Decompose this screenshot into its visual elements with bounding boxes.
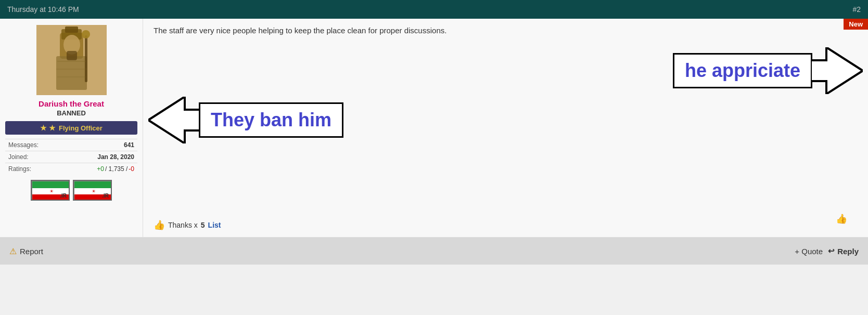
annotation-left-text: They ban him xyxy=(211,109,331,130)
action-bar: ⚠ Report + Quote ↩ Reply xyxy=(0,238,868,265)
post-content: New The staff are very nice people helpi… xyxy=(143,19,868,237)
post-container: Dariush the Great BANNED ★ ★ Flying Offi… xyxy=(0,19,868,238)
ratings-label: Ratings: xyxy=(8,165,31,173)
rating-neutral: / 1,735 / xyxy=(105,165,127,173)
warning-icon: ⚠ xyxy=(9,246,17,256)
rank-stars-icon: ★ ★ xyxy=(40,124,56,132)
user-rank-badge: ★ ★ Flying Officer xyxy=(5,121,137,135)
reply-button[interactable]: ↩ Reply xyxy=(828,246,859,256)
messages-value: 641 xyxy=(124,141,134,149)
rating-negative: -0 xyxy=(129,165,134,173)
rank-label: Flying Officer xyxy=(59,124,103,132)
new-badge: New xyxy=(844,19,868,30)
rating-positive: +0 xyxy=(97,165,104,173)
ratings-value: +0 / 1,735 / -0 xyxy=(97,165,134,173)
svg-marker-12 xyxy=(148,97,200,143)
action-right-group: + Quote ↩ Reply xyxy=(795,246,859,256)
annotation-right-text: he appriciate xyxy=(685,60,800,81)
annotation-left: They ban him xyxy=(148,97,343,143)
post-number: #2 xyxy=(852,5,861,14)
user-flags: ☀ .IR ☀ .IR xyxy=(31,180,112,201)
avatar xyxy=(36,25,107,95)
user-name: Dariush the Great xyxy=(39,99,104,108)
ratings-stat: Ratings: +0 / 1,735 / -0 xyxy=(5,163,137,175)
like-icon[interactable]: 👍 xyxy=(836,213,847,225)
user-stats: Messages: 641 Joined: Jan 28, 2020 Ratin… xyxy=(5,139,137,175)
thanks-count: 5 xyxy=(201,221,205,229)
report-button[interactable]: ⚠ Report xyxy=(9,246,43,256)
thanks-bar: 👍 Thanks x 5 List 👍 xyxy=(154,219,858,231)
reply-label: Reply xyxy=(837,247,859,256)
svg-rect-3 xyxy=(65,27,78,33)
user-sidebar: Dariush the Great BANNED ★ ★ Flying Offi… xyxy=(0,19,143,237)
svg-rect-8 xyxy=(67,51,77,60)
messages-label: Messages: xyxy=(8,141,39,149)
svg-point-6 xyxy=(82,30,90,38)
messages-stat: Messages: 641 xyxy=(5,139,137,151)
reply-icon: ↩ xyxy=(828,246,835,256)
svg-marker-13 xyxy=(811,47,863,94)
flag-badge-2: ☀ .IR xyxy=(73,180,112,201)
thanks-label: Thanks x xyxy=(168,221,198,229)
svg-rect-5 xyxy=(85,35,87,82)
flag-badge-1: ☀ .IR xyxy=(31,180,70,201)
quote-label: + Quote xyxy=(795,247,823,256)
annotation-left-box: They ban him xyxy=(199,102,343,138)
annotation-right-box: he appriciate xyxy=(673,53,812,88)
quote-button[interactable]: + Quote xyxy=(795,247,823,256)
report-label: Report xyxy=(20,247,43,256)
user-status-badge: BANNED xyxy=(57,109,86,117)
post-timestamp: Thursday at 10:46 PM xyxy=(7,5,79,14)
thanks-list-link[interactable]: List xyxy=(208,221,221,229)
joined-value: Jan 28, 2020 xyxy=(97,153,134,161)
top-bar: Thursday at 10:46 PM #2 xyxy=(0,0,868,19)
annotation-right: he appriciate xyxy=(673,47,863,94)
thanks-icon: 👍 xyxy=(154,219,165,231)
joined-label: Joined: xyxy=(8,153,29,161)
post-text: The staff are very nice people helping t… xyxy=(154,26,858,35)
joined-stat: Joined: Jan 28, 2020 xyxy=(5,151,137,163)
